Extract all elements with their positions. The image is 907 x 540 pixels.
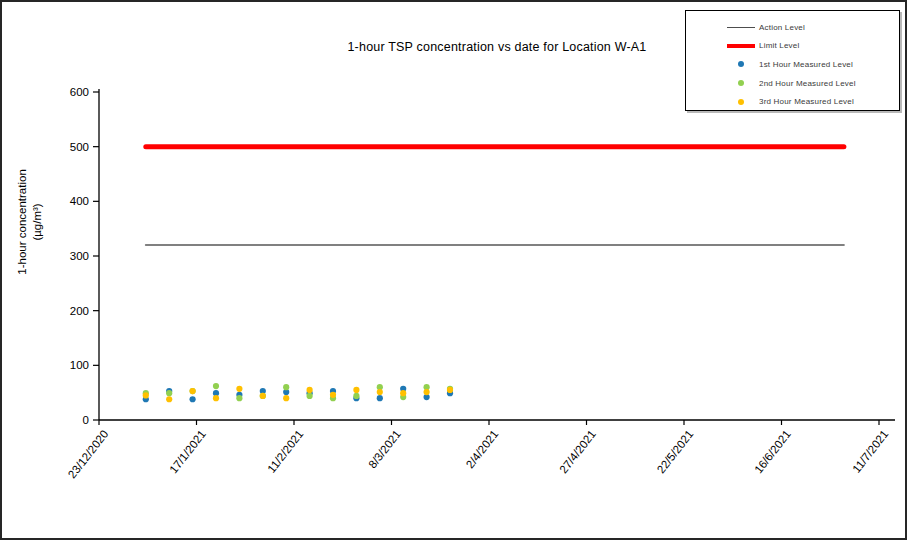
- x-tick-label: 27/4/2021: [557, 428, 598, 476]
- y-tick-label: 300: [70, 250, 89, 262]
- data-point-2nd-hour-measured-level: [307, 393, 313, 399]
- data-point-3rd-hour-measured-level: [190, 388, 196, 394]
- legend-item-1st-hour-measured-level: 1st Hour Measured Level: [686, 55, 899, 74]
- data-point-2nd-hour-measured-level: [353, 393, 359, 399]
- 2nd-hour-measured-level-dot-icon: [738, 80, 744, 86]
- action-level-swatch-icon: [726, 27, 756, 28]
- legend-item-action-level: Action Level: [686, 18, 899, 37]
- 1st-hour-measured-level-dot-icon: [738, 61, 744, 67]
- y-axis-title-line1: 1-hour concentration: [15, 137, 30, 307]
- legend-item-3rd-hour-measured-level: 3rd Hour Measured Level: [686, 92, 899, 111]
- legend-label: 1st Hour Measured Level: [759, 60, 853, 69]
- legend-label: 3rd Hour Measured Level: [759, 97, 854, 106]
- data-point-3rd-hour-measured-level: [353, 387, 359, 393]
- x-tick-label: 22/5/2021: [655, 428, 696, 476]
- data-point-3rd-hour-measured-level: [166, 396, 172, 402]
- y-tick-label: 500: [70, 141, 89, 153]
- data-point-2nd-hour-measured-level: [166, 390, 172, 396]
- data-point-3rd-hour-measured-level: [307, 387, 313, 393]
- data-point-3rd-hour-measured-level: [400, 390, 406, 396]
- legend-item-2nd-hour-measured-level: 2nd Hour Measured Level: [686, 74, 899, 93]
- legend-label: 2nd Hour Measured Level: [759, 79, 856, 88]
- legend-label: Action Level: [759, 23, 805, 32]
- data-point-3rd-hour-measured-level: [424, 389, 430, 395]
- y-tick-label: 400: [70, 195, 89, 207]
- action-level-line-icon: [727, 27, 755, 28]
- y-tick-label: 200: [70, 305, 89, 317]
- x-tick-label: 2/4/2021: [464, 428, 501, 471]
- y-tick-label: 600: [70, 86, 89, 98]
- legend-item-limit-level: Limit Level: [686, 37, 899, 56]
- x-tick-label: 11/2/2021: [265, 428, 305, 475]
- data-point-3rd-hour-measured-level: [260, 393, 266, 399]
- 1st-hour-measured-level-swatch-icon: [726, 61, 756, 67]
- legend: Action LevelLimit Level1st Hour Measured…: [685, 10, 900, 111]
- data-point-1st-hour-measured-level: [190, 396, 196, 402]
- data-point-3rd-hour-measured-level: [283, 395, 289, 401]
- y-tick-label: 0: [83, 414, 89, 426]
- data-point-2nd-hour-measured-level: [283, 384, 289, 390]
- data-point-3rd-hour-measured-level: [213, 395, 219, 401]
- data-point-3rd-hour-measured-level: [377, 389, 383, 395]
- limit-level-line-icon: [727, 44, 755, 48]
- 3rd-hour-measured-level-dot-icon: [738, 99, 744, 105]
- data-point-2nd-hour-measured-level: [213, 383, 219, 389]
- chart-window: 010020030040050060023/12/202017/1/202111…: [0, 0, 907, 540]
- x-tick-label: 16/6/2021: [752, 428, 793, 476]
- 3rd-hour-measured-level-swatch-icon: [726, 99, 756, 105]
- data-point-3rd-hour-measured-level: [330, 392, 336, 398]
- x-tick-label: 8/3/2021: [366, 428, 403, 471]
- data-point-1st-hour-measured-level: [377, 395, 383, 401]
- data-point-3rd-hour-measured-level: [447, 387, 453, 393]
- x-tick-label: 23/12/2020: [66, 428, 111, 481]
- y-tick-label: 100: [70, 359, 89, 371]
- y-axis-title-units: (µg/m³): [30, 137, 45, 307]
- legend-label: Limit Level: [759, 41, 799, 50]
- x-tick-label: 17/1/2021: [167, 428, 208, 476]
- data-point-3rd-hour-measured-level: [236, 386, 242, 392]
- data-point-3rd-hour-measured-level: [143, 392, 149, 398]
- data-point-2nd-hour-measured-level: [236, 395, 242, 401]
- limit-level-swatch-icon: [726, 44, 756, 48]
- y-axis-title: 1-hour concentration (µg/m³): [15, 137, 45, 307]
- 2nd-hour-measured-level-swatch-icon: [726, 80, 756, 86]
- x-tick-label: 11/7/2021: [850, 428, 890, 475]
